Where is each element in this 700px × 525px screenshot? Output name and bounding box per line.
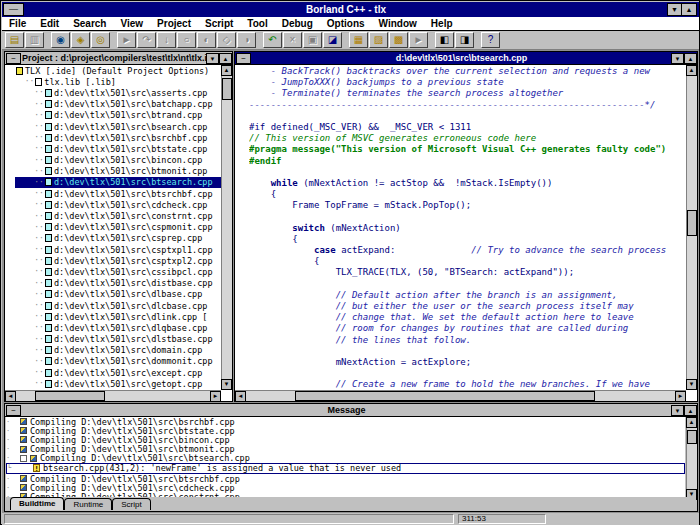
project-horizontal-scrollbar[interactable]: ◄ ►	[5, 390, 221, 401]
message-minimize-button[interactable]: ▼	[671, 405, 684, 416]
project-tree-row[interactable]: ··d:\dev\tlx\501\src\dommonit.cpp	[15, 356, 221, 367]
project-tree-row[interactable]: ··d:\dev\tlx\501\src\btstate.cpp	[15, 143, 221, 154]
tab-script[interactable]: Script	[112, 498, 150, 510]
project-node-label: d:\dev\tlx\501\src\btsrchbf.cpp	[54, 189, 213, 199]
scroll-right-icon[interactable]: ►	[210, 391, 221, 402]
tab-runtime[interactable]: Runtime	[64, 498, 112, 510]
project-tree-row[interactable]: ··d:\dev\tlx\501\src\btsrchbf.cpp	[15, 188, 221, 199]
paste-button[interactable]: ◪	[323, 32, 342, 48]
menu-item-view[interactable]: View	[113, 18, 150, 29]
project-tree-row[interactable]: ··d:\dev\tlx\501\src\dlqbase.cpp	[15, 322, 221, 333]
project-vscroll-thumb[interactable]	[222, 78, 232, 100]
editor-minimize-button[interactable]: ▼	[671, 53, 684, 64]
project-tree-row[interactable]: ··d:\dev\tlx\501\src\except.cpp	[15, 367, 221, 378]
project-tree-row[interactable]: ··d:\dev\tlx\501\src\constrnt.cpp	[15, 210, 221, 221]
project-tree-row[interactable]: ··d:\dev\tlx\501\src\csptxpl1.cpp	[15, 244, 221, 255]
project-node-label: d:\dev\tlx\501\src\bincon.cpp	[54, 155, 202, 165]
scroll-up-icon[interactable]: ▲	[221, 65, 232, 76]
message-row[interactable]: ·Compiling D:\dev\tlx\501\src\btsearch.c…	[6, 454, 685, 463]
menu-item-script[interactable]: Script	[198, 18, 240, 29]
replace-button[interactable]: ◈	[71, 32, 90, 48]
code-line: - BackTrack() backtracks over the curren…	[249, 66, 685, 77]
tab-buildtime[interactable]: Buildtime	[10, 497, 64, 510]
editor-system-menu-icon[interactable]: −	[236, 53, 251, 64]
project-tree-row[interactable]: ··d:\dev\tlx\501\src\bsearch.cpp	[15, 121, 221, 132]
project-maximize-button[interactable]: ▲	[219, 53, 232, 64]
maximize-button[interactable]: ▲	[682, 3, 697, 16]
project-tree-row[interactable]: ··tlx.lib [.lib]	[15, 76, 221, 87]
scroll-down-icon[interactable]: ▼	[221, 379, 232, 390]
menu-item-search[interactable]: Search	[66, 18, 113, 29]
minimize-button[interactable]: ▼	[667, 3, 682, 16]
project-tree-row[interactable]: ··d:\dev\tlx\501\src\btmonit.cpp	[15, 166, 221, 177]
open-file-button[interactable]: ▤	[5, 32, 24, 48]
message-system-menu-icon[interactable]: −	[6, 405, 21, 416]
project-hscroll-thumb[interactable]	[35, 391, 105, 401]
editor-maximize-button[interactable]: ▲	[684, 53, 697, 64]
expand-node-icon[interactable]	[20, 455, 27, 462]
project-tree-row[interactable]: ··d:\dev\tlx\501\src\btsearch.cpp	[15, 177, 221, 188]
menu-item-options[interactable]: Options	[320, 18, 372, 29]
scroll-up-icon[interactable]: ▲	[686, 417, 697, 428]
editor-vertical-scrollbar[interactable]: ▲ ▼	[686, 65, 697, 390]
menu-item-window[interactable]: Window	[372, 18, 424, 29]
project-tree-row[interactable]: ··d:\dev\tlx\501\src\domain.cpp	[15, 345, 221, 356]
toolbar: ▤▥◉◈◎►↷↓○◐◇◑↶×▣◪▦▨▩►◧◨?	[2, 31, 699, 50]
menu-item-debug[interactable]: Debug	[275, 18, 320, 29]
project-tree-row[interactable]: ··d:\dev\tlx\501\src\btrand.cpp	[15, 110, 221, 121]
project-tree-row[interactable]: ··d:\dev\tlx\501\src\cssibpcl.cpp	[15, 266, 221, 277]
project-tree-row[interactable]: ··d:\dev\tlx\501\src\csprep.cpp	[15, 233, 221, 244]
undo-button[interactable]: ↶	[263, 32, 282, 48]
compile-step-icon	[20, 484, 27, 491]
scroll-up-icon[interactable]: ▲	[686, 65, 697, 76]
menu-item-help[interactable]: Help	[424, 18, 460, 29]
editor-horizontal-scrollbar[interactable]: ◄ ►	[235, 390, 686, 401]
menu-item-edit[interactable]: Edit	[33, 18, 66, 29]
project-tree-row[interactable]: ··d:\dev\tlx\501\src\bincon.cpp	[15, 155, 221, 166]
project-tree-row[interactable]: TLX [.ide] (Default Project Options)	[15, 65, 221, 76]
help-hint-button[interactable]: ?	[481, 32, 500, 48]
scroll-left-icon[interactable]: ◄	[235, 391, 246, 402]
editor-vscroll-thumb[interactable]	[687, 210, 697, 236]
project-tree-row[interactable]: ··d:\dev\tlx\501\src\asserts.cpp	[15, 87, 221, 98]
project-tree-row[interactable]: ··d:\dev\tlx\501\src\cspmonit.cpp	[15, 222, 221, 233]
menu-item-file[interactable]: File	[2, 18, 33, 29]
build-button[interactable]: ▩	[389, 32, 408, 48]
project-minimize-button[interactable]: ▼	[206, 53, 219, 64]
project-node-label: d:\dev\tlx\501\src\dlcbase.cpp	[54, 301, 208, 311]
warning-message-row[interactable]: └!btsearch.cpp(431,2): 'newFrame' is ass…	[6, 463, 685, 474]
make-button[interactable]: ▨	[369, 32, 388, 48]
source-file-icon	[45, 123, 52, 131]
menu-item-tool[interactable]: Tool	[240, 18, 274, 29]
project-tree-row[interactable]: ··d:\dev\tlx\501\src\dlink.cpp [	[15, 311, 221, 322]
editor-hscroll-thumb[interactable]	[295, 391, 595, 401]
project-tree-row[interactable]: ··d:\dev\tlx\501\src\dlbase.cpp	[15, 289, 221, 300]
project-node-label: d:\dev\tlx\501\src\bsearch.cpp	[54, 122, 208, 132]
compile-step-icon	[20, 418, 27, 425]
compile-button[interactable]: ▦	[349, 32, 368, 48]
project-vertical-scrollbar[interactable]: ▲ ▼	[221, 65, 232, 390]
project-tree-row[interactable]: ··d:\dev\tlx\501\src\bsrchbf.cpp	[15, 132, 221, 143]
message-vertical-scrollbar[interactable]: ▲ ▼	[686, 417, 697, 500]
scroll-right-icon[interactable]: ►	[675, 391, 686, 402]
scroll-down-icon[interactable]: ▼	[686, 379, 697, 390]
scroll-left-icon[interactable]: ◄	[5, 391, 16, 402]
search-again-button[interactable]: ◎	[91, 32, 110, 48]
project-tree-row[interactable]: ··d:\dev\tlx\501\src\distbase.cpp	[15, 278, 221, 289]
menu-item-project[interactable]: Project	[150, 18, 198, 29]
project-tree-row[interactable]: ··d:\dev\tlx\501\src\dlcbase.cpp	[15, 300, 221, 311]
code-editor[interactable]: - BackTrack() backtracks over the curren…	[249, 66, 685, 389]
project-tree-row[interactable]: ··d:\dev\tlx\501\src\cdcheck.cpp	[15, 199, 221, 210]
tile-windows-button[interactable]: ◨	[455, 32, 474, 48]
cascade-windows-button[interactable]: ◧	[435, 32, 454, 48]
system-menu-icon[interactable]: —	[3, 3, 24, 16]
code-line	[249, 346, 685, 357]
project-tree-row[interactable]: ··d:\dev\tlx\501\src\getopt.cpp	[15, 378, 221, 389]
project-tree-row[interactable]: ··d:\dev\tlx\501\src\csptxpl2.cpp	[15, 255, 221, 266]
message-vscroll-thumb[interactable]	[687, 430, 697, 444]
project-system-menu-icon[interactable]: −	[6, 53, 21, 64]
message-maximize-button[interactable]: ▲	[684, 405, 697, 416]
find-button[interactable]: ◉	[51, 32, 70, 48]
project-tree-row[interactable]: ··d:\dev\tlx\501\src\batchapp.cpp	[15, 99, 221, 110]
project-tree-row[interactable]: ··d:\dev\tlx\501\src\dlstbase.cpp	[15, 334, 221, 345]
